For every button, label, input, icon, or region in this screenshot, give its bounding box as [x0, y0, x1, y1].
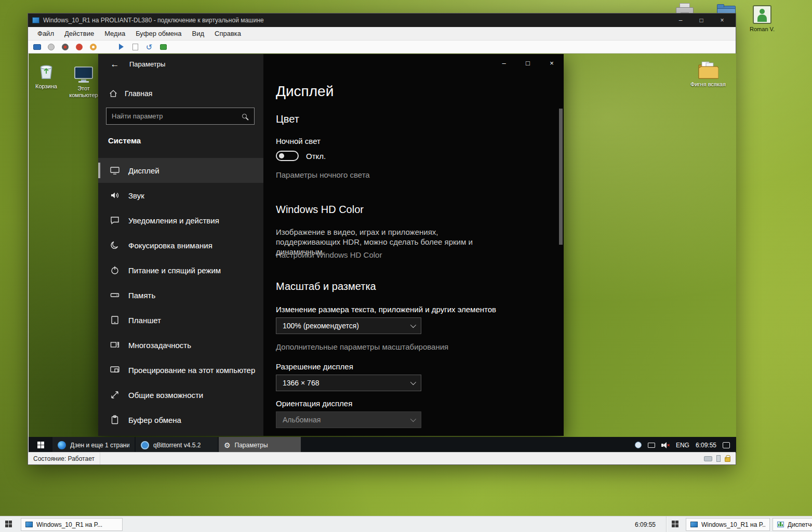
taskbar-divider — [667, 516, 667, 532]
back-button[interactable]: ← — [108, 58, 122, 71]
guest-desktop: Корзина Этот компьютер Фигня всякая — [29, 54, 736, 453]
menu-media[interactable]: Медиа — [99, 27, 130, 41]
sidebar-item-label: Проецирование на этот компьютер — [128, 366, 255, 375]
chevron-down-icon — [410, 416, 416, 422]
sidebar-item-sound[interactable]: Звук — [98, 183, 263, 208]
start-vm-button[interactable] — [46, 42, 56, 51]
shut-down-button[interactable] — [74, 42, 84, 51]
search-input[interactable] — [107, 112, 242, 120]
sidebar-item-multitasking[interactable]: Многозадачность — [98, 332, 263, 357]
host-taskbar-item-vm-2[interactable]: Windows_10_R1 на P... — [686, 518, 770, 531]
sidebar-home-label: Главная — [125, 89, 152, 98]
volume-muted-icon[interactable]: × — [661, 442, 670, 448]
vm-window-title: Windows_10_R1 на PROLIANT-DL380 - подклю… — [43, 17, 264, 24]
keyboard-icon — [33, 44, 41, 50]
sidebar-item-tablet[interactable]: Планшет — [98, 308, 263, 332]
tray-app-icon[interactable] — [635, 442, 642, 448]
chevron-down-icon — [410, 379, 416, 385]
host-taskbar-item-task-manager[interactable]: Диспетчер — [773, 518, 812, 531]
menu-action[interactable]: Действие — [59, 27, 99, 41]
taskbar-item-browser[interactable]: Дзен и еще 1 страни... — [52, 437, 135, 453]
sidebar-item-power-sleep[interactable]: Питание и спящий режим — [98, 258, 263, 283]
checkpoint-button[interactable] — [130, 42, 140, 51]
chevron-down-icon — [410, 322, 416, 328]
tray-display-icon[interactable] — [648, 443, 655, 448]
page-title: Дисплей — [276, 83, 334, 100]
menu-clipboard[interactable]: Буфер обмена — [130, 27, 187, 41]
vm-minimize-button[interactable]: – — [670, 14, 691, 27]
sidebar-item-label: Питание и спящий режим — [128, 266, 221, 275]
vm-maximize-button[interactable]: □ — [691, 14, 712, 27]
speaker-icon — [110, 190, 120, 201]
desktop-icon-this-pc[interactable]: Этот компьютер — [64, 66, 103, 99]
sidebar-item-notifications[interactable]: Уведомления и действия — [98, 208, 263, 233]
menu-file[interactable]: Файл — [32, 27, 59, 41]
sidebar-item-label: Дисплей — [128, 166, 159, 175]
resume-button[interactable] — [116, 42, 126, 51]
host-start-button[interactable] — [5, 521, 12, 527]
advanced-scaling-link[interactable]: Дополнительные параметры масштабирования — [276, 342, 448, 351]
resolution-dropdown[interactable]: 1366 × 768 — [276, 375, 421, 391]
turn-off-button[interactable] — [60, 42, 70, 51]
host-taskbar: Windows_10_R1 на P... 6:09:55 Windows_10… — [0, 516, 812, 532]
selection-accent-bar — [98, 163, 100, 178]
desktop-icon-misc-folder[interactable]: Фигня всякая — [688, 61, 728, 88]
system-tray: × ENG 6:09:55 — [629, 437, 736, 453]
sidebar-item-label: Общие возможности — [128, 391, 203, 400]
ctrl-alt-del-button[interactable] — [32, 42, 42, 51]
host-taskbar-item-vm[interactable]: Windows_10_R1 на P... — [21, 518, 123, 531]
status-lock-icon — [725, 457, 730, 462]
hdr-settings-link[interactable]: Настройки Windows HD Color — [276, 250, 382, 259]
night-light-settings-link[interactable]: Параметры ночного света — [276, 170, 370, 179]
host-clock[interactable]: 6:09:55 — [635, 521, 656, 528]
vm-close-button[interactable]: × — [712, 14, 733, 27]
settings-close-button[interactable]: × — [540, 55, 564, 71]
sidebar-item-focus-assist[interactable]: Фокусировка внимания — [98, 233, 263, 258]
sidebar-item-storage[interactable]: Память — [98, 283, 263, 308]
taskbar-item-qbittorrent[interactable]: qBittorrent v4.5.2 — [136, 437, 218, 453]
desktop-icon-user[interactable]: Roman V. — [743, 5, 781, 32]
scale-dropdown[interactable]: 100% (рекомендуется) — [276, 317, 421, 334]
scrollbar-thumb[interactable] — [559, 109, 563, 245]
status-keyboard-icon — [704, 456, 712, 461]
windows-logo-icon — [5, 521, 12, 527]
power-icon — [110, 265, 120, 275]
sidebar-item-label: Буфер обмена — [128, 416, 181, 424]
host-start-button-2[interactable] — [672, 521, 678, 527]
taskbar-item-settings[interactable]: ⚙ Параметры — [219, 437, 301, 453]
search-icon[interactable] — [242, 114, 247, 118]
sidebar-item-display[interactable]: Дисплей — [98, 158, 263, 183]
user-icon — [753, 5, 771, 24]
this-pc-icon — [73, 66, 94, 84]
sidebar-item-clipboard[interactable]: Буфер обмена — [98, 407, 263, 432]
revert-button[interactable]: ↺ — [144, 42, 154, 51]
menu-view[interactable]: Вид — [187, 27, 209, 41]
windows-logo-icon — [672, 521, 678, 527]
documents-folder-icon — [698, 61, 718, 79]
settings-maximize-button[interactable]: □ — [516, 55, 540, 71]
vm-statusbar: Состояние: Работает — [28, 452, 736, 464]
vm-titlebar[interactable]: Windows_10_R1 на PROLIANT-DL380 - подклю… — [28, 14, 736, 27]
night-light-toggle[interactable] — [276, 151, 299, 161]
sidebar-item-projecting[interactable]: Проецирование на этот компьютер — [98, 357, 263, 382]
language-indicator[interactable]: ENG — [676, 442, 689, 449]
action-center-icon[interactable] — [723, 442, 730, 448]
settings-minimize-button[interactable]: – — [492, 55, 516, 71]
pause-button[interactable] — [102, 42, 112, 51]
hdr-section-heading: Windows HD Color — [276, 204, 364, 216]
clock[interactable]: 6:09:55 — [696, 442, 716, 449]
browser-icon — [58, 441, 66, 449]
orientation-dropdown[interactable]: Альбомная — [276, 411, 421, 428]
sidebar-item-home[interactable]: Главная — [109, 87, 152, 100]
taskbar-item-label: Параметры — [235, 442, 268, 449]
status-usb-icon — [716, 455, 721, 462]
settings-window: – □ × ← Параметры Главная — [98, 54, 564, 436]
clipboard-icon — [110, 415, 120, 425]
revert-arrow-icon: ↺ — [146, 43, 153, 51]
save-state-button[interactable] — [88, 42, 98, 51]
desktop-icon-recycle-bin[interactable]: Корзина — [29, 61, 66, 90]
sidebar-item-shared-experiences[interactable]: Общие возможности — [98, 382, 263, 407]
menu-help[interactable]: Справка — [209, 27, 246, 41]
enhanced-session-button[interactable] — [158, 42, 168, 51]
start-button[interactable] — [29, 437, 52, 453]
